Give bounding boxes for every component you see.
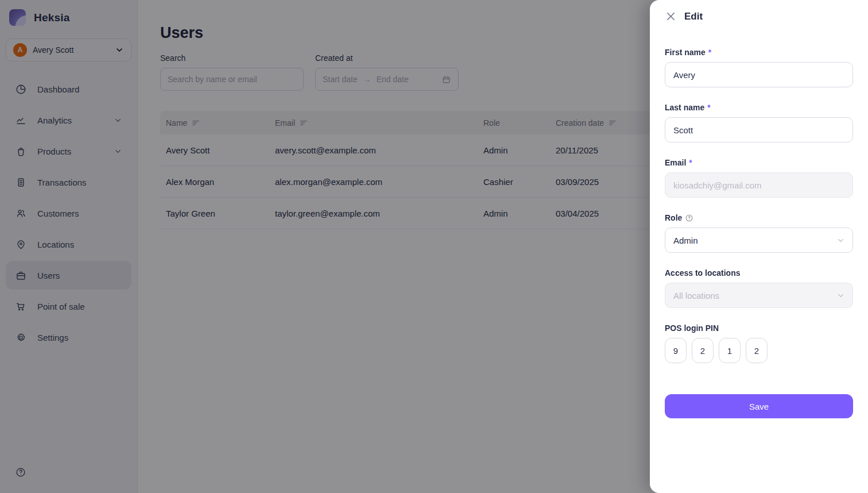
pin-label: POS login PIN (665, 323, 853, 333)
role-label: Role (665, 213, 853, 222)
locations-select: All locations (665, 283, 853, 308)
last-name-input[interactable] (665, 117, 853, 142)
last-name-field-group: Last name* (665, 103, 853, 142)
pin-digit-input[interactable]: 1 (719, 338, 741, 363)
locations-label: Access to locations (665, 268, 853, 278)
last-name-label: Last name* (665, 103, 853, 112)
drawer-header: Edit (665, 10, 853, 22)
close-icon[interactable] (665, 10, 677, 22)
chevron-down-icon (836, 236, 845, 245)
email-label: Email* (665, 158, 853, 167)
email-input (665, 172, 853, 198)
save-button[interactable]: Save (665, 394, 853, 418)
first-name-field-group: First name* (665, 48, 853, 87)
first-name-label: First name* (665, 48, 853, 57)
edit-drawer: Edit First name* Last name* Email* Role … (650, 0, 868, 493)
circle-question-icon[interactable] (685, 214, 693, 222)
pin-digit-input[interactable]: 2 (746, 338, 768, 363)
required-mark: * (707, 103, 710, 112)
pin-digit-input[interactable]: 2 (692, 338, 714, 363)
pin-digit-input[interactable]: 9 (665, 338, 687, 363)
required-mark: * (689, 158, 692, 167)
required-mark: * (708, 48, 711, 57)
pin-field-group: POS login PIN 9 2 1 2 (665, 323, 853, 363)
drawer-title: Edit (684, 11, 703, 22)
pin-inputs: 9 2 1 2 (665, 338, 853, 363)
chevron-down-icon (836, 291, 845, 300)
email-field-group: Email* (665, 158, 853, 198)
role-select[interactable]: Admin (665, 228, 853, 253)
first-name-input[interactable] (665, 62, 853, 87)
role-field-group: Role Admin (665, 213, 853, 253)
locations-field-group: Access to locations All locations (665, 268, 853, 308)
